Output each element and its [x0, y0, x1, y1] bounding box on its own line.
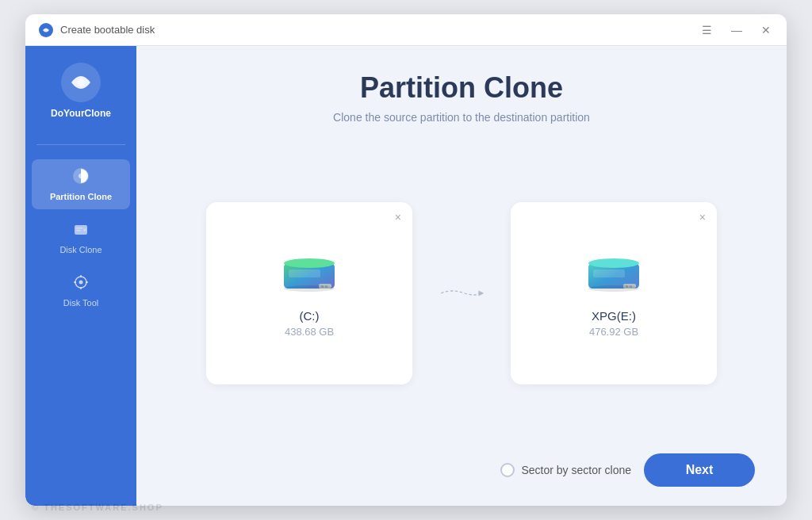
sector-clone-label: Sector by sector clone: [521, 464, 631, 476]
sidebar-app-name: DoYourClone: [51, 108, 111, 119]
sidebar-item-disk-tool[interactable]: Disk Tool: [32, 266, 130, 315]
svg-point-24: [588, 258, 639, 268]
menu-button[interactable]: ☰: [699, 22, 715, 38]
svg-point-10: [79, 281, 83, 285]
source-drive-name: (C:): [300, 309, 320, 323]
sector-clone-radio[interactable]: [500, 463, 515, 477]
title-bar-title: Create bootable disk: [60, 24, 155, 36]
svg-point-21: [284, 285, 335, 292]
svg-point-2: [77, 78, 85, 86]
main-content: Partition Clone Clone the source partiti…: [136, 46, 787, 506]
bottom-bar: Sector by sector clone Next: [168, 453, 755, 487]
dest-card-close[interactable]: ×: [699, 212, 706, 223]
title-bar-controls: ☰ — ✕: [699, 22, 774, 38]
sector-clone-checkbox-label[interactable]: Sector by sector clone: [500, 463, 631, 477]
dest-drive-name: XPG(E:): [592, 309, 636, 323]
source-drive-card: ×: [206, 202, 412, 384]
clone-area: ×: [168, 146, 755, 441]
partition-clone-icon: [72, 167, 90, 189]
page-title: Partition Clone: [168, 71, 755, 105]
disk-tool-icon: [72, 273, 90, 295]
sidebar-item-disk-clone[interactable]: Disk Clone: [32, 212, 130, 262]
sidebar-item-partition-clone-label: Partition Clone: [50, 192, 112, 201]
disk-clone-icon: [72, 220, 90, 242]
svg-rect-25: [593, 270, 625, 277]
sidebar-logo: DoYourClone: [51, 62, 111, 119]
sidebar-item-disk-clone-label: Disk Clone: [59, 245, 102, 254]
sidebar-item-disk-tool-label: Disk Tool: [63, 298, 98, 308]
svg-point-16: [284, 258, 335, 268]
title-bar: Create bootable disk ☰ — ✕: [25, 14, 787, 46]
svg-marker-22: [478, 291, 484, 296]
app-body: DoYourClone Partition Clone: [25, 46, 787, 506]
svg-rect-7: [76, 228, 82, 229]
arrow-area: [438, 281, 485, 305]
clone-arrow-icon: [438, 281, 485, 305]
page-subtitle: Clone the source partition to the destin…: [168, 111, 755, 124]
svg-rect-17: [289, 270, 320, 277]
app-window: Create bootable disk ☰ — ✕ DoYourClone: [25, 14, 787, 506]
source-drive-size: 438.68 GB: [285, 326, 334, 338]
sidebar-logo-icon: [60, 62, 102, 103]
close-button[interactable]: ✕: [758, 22, 774, 38]
next-button[interactable]: Next: [644, 453, 755, 487]
svg-point-29: [588, 285, 639, 292]
title-bar-left: Create bootable disk: [38, 22, 699, 38]
source-card-close[interactable]: ×: [395, 212, 401, 223]
source-drive-icon: [278, 249, 341, 296]
sidebar-item-partition-clone[interactable]: Partition Clone: [32, 159, 130, 209]
app-logo-icon: [38, 22, 54, 38]
dest-drive-icon: [582, 249, 645, 296]
svg-point-4: [79, 174, 83, 178]
svg-point-6: [83, 228, 86, 231]
svg-rect-8: [76, 230, 81, 231]
sidebar: DoYourClone Partition Clone: [25, 46, 136, 506]
dest-drive-size: 476.92 GB: [589, 326, 638, 338]
dest-drive-card: ×: [511, 202, 717, 384]
minimize-button[interactable]: —: [728, 22, 745, 38]
sidebar-divider: [36, 144, 125, 145]
